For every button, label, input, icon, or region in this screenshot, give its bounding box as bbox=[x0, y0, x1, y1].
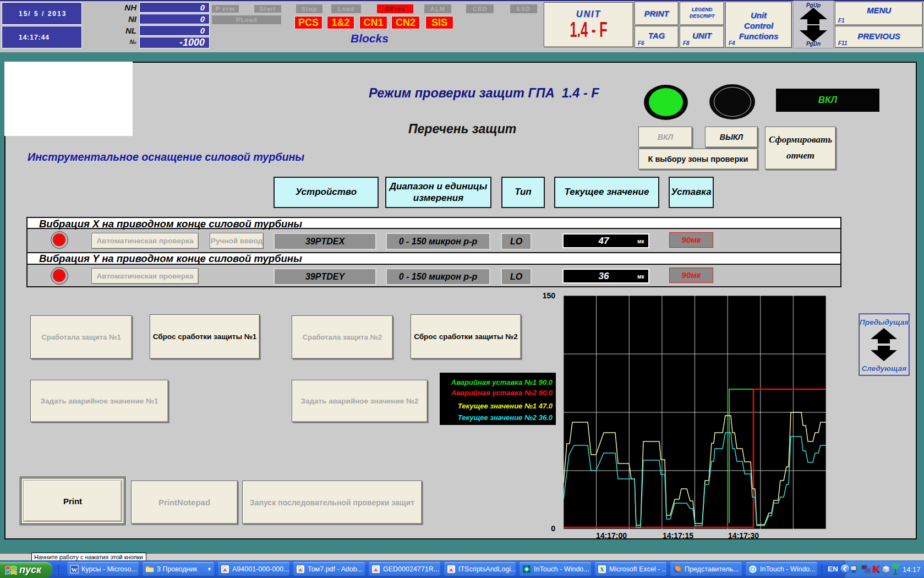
svg-text:A: A bbox=[374, 568, 378, 572]
svg-text:A: A bbox=[299, 568, 302, 572]
svg-text:A: A bbox=[450, 568, 453, 572]
svg-text:A: A bbox=[223, 568, 227, 572]
svg-text:W: W bbox=[72, 566, 78, 573]
svg-text:X: X bbox=[600, 566, 604, 572]
